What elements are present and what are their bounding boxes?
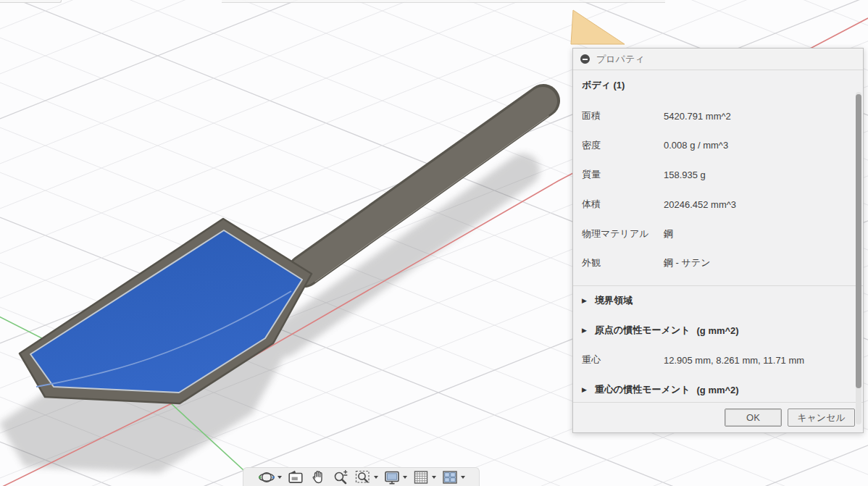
display-settings-button[interactable]	[383, 469, 407, 486]
disclosure-triangle-icon: ▶	[582, 327, 595, 334]
viewports-icon	[441, 469, 459, 486]
zoom-button[interactable]	[332, 469, 349, 486]
ok-button[interactable]: OK	[725, 409, 782, 427]
top-ui-edge	[222, 0, 665, 3]
dialog-body: ボディ (1) 面積 5420.791 mm^2 密度 0.008 g / mm…	[573, 70, 863, 432]
collapse-icon[interactable]	[580, 54, 590, 64]
viewports-button[interactable]	[441, 469, 465, 486]
handle-edge-highlight	[315, 116, 548, 282]
section-moment-of-inertia-origin[interactable]: ▶ 原点の慣性モーメント (g mm^2)	[573, 316, 863, 345]
zoom-icon	[332, 469, 349, 486]
pan-icon	[309, 469, 327, 486]
fit-button[interactable]	[354, 469, 378, 486]
disclosure-triangle-icon: ▶	[582, 297, 595, 304]
pan-button[interactable]	[309, 469, 327, 486]
orbit-button[interactable]	[258, 469, 282, 486]
scrollbar-track[interactable]	[856, 92, 861, 424]
dialog-title: プロパティ	[596, 53, 645, 66]
grid-and-snaps-button[interactable]	[412, 469, 436, 486]
chevron-down-icon	[403, 476, 407, 479]
properties-dialog-header[interactable]: プロパティ	[573, 49, 863, 70]
property-row-physical-material: 物理マテリアル 鋼	[573, 219, 863, 248]
body-count-header: ボディ (1)	[573, 70, 863, 101]
top-left-ui-edge	[0, 0, 62, 3]
disclosure-triangle-icon: ▶	[582, 386, 595, 393]
chevron-down-icon	[374, 476, 378, 479]
look-at-icon	[287, 469, 304, 486]
dialog-button-row: OK キャンセル	[573, 402, 863, 432]
section-bounding-box[interactable]: ▶ 境界領域	[573, 286, 863, 316]
navigation-toolbar	[243, 467, 480, 486]
grid-and-snaps-icon	[412, 469, 430, 486]
cancel-button[interactable]: キャンセル	[788, 409, 855, 427]
property-row-appearance: 外観 鋼 - サテン	[573, 248, 863, 278]
fit-icon	[354, 469, 372, 486]
chevron-down-icon	[432, 476, 436, 479]
chevron-down-icon	[461, 476, 465, 479]
property-row-mass: 質量 158.935 g	[573, 160, 863, 190]
section-moment-of-inertia-cog[interactable]: ▶ 重心の慣性モーメント (g mm^2)	[573, 375, 863, 405]
look-at-button[interactable]	[287, 469, 304, 486]
property-row-volume: 体積 20246.452 mm^3	[573, 190, 863, 219]
property-row-center-of-gravity: 重心 12.905 mm, 8.261 mm, 11.71 mm	[573, 345, 863, 375]
orbit-icon	[258, 469, 275, 486]
chevron-down-icon	[277, 476, 282, 479]
display-settings-icon	[383, 469, 401, 486]
property-row-density: 密度 0.008 g / mm^3	[573, 131, 863, 161]
property-row-area: 面積 5420.791 mm^2	[573, 101, 863, 131]
properties-dialog: プロパティ ボディ (1) 面積 5420.791 mm^2 密度 0.008 …	[572, 48, 864, 433]
viewport-canvas[interactable]: プロパティ ボディ (1) 面積 5420.791 mm^2 密度 0.008 …	[0, 0, 868, 486]
model-body[interactable]	[20, 101, 548, 403]
scrollbar-thumb[interactable]	[856, 94, 861, 388]
